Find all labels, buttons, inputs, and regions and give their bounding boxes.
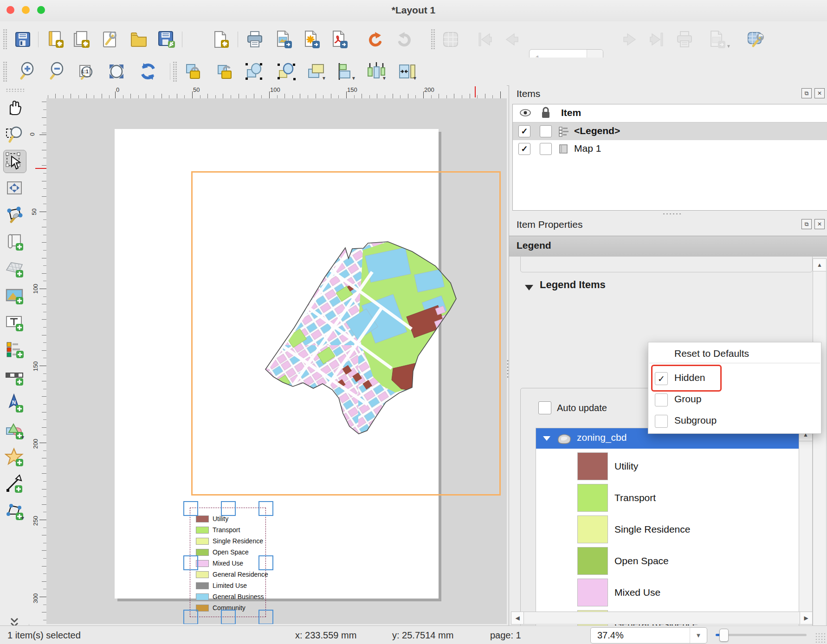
resize-handle[interactable]	[183, 501, 198, 516]
refresh-view-button[interactable]	[137, 61, 159, 82]
auto-update-checkbox[interactable]	[538, 401, 551, 414]
unlock-all-items-button[interactable]	[214, 61, 236, 82]
panel-scrollbar[interactable]	[813, 258, 827, 644]
add-3d-map-button[interactable]	[3, 258, 26, 280]
dock-splitter[interactable]	[506, 359, 509, 378]
lock-checkbox[interactable]	[540, 143, 552, 155]
add-shape-button[interactable]: ▼	[3, 419, 26, 441]
tree-legend-entry[interactable]: Utility	[577, 452, 638, 480]
next-feature-button[interactable]	[619, 29, 640, 50]
lock-checkbox[interactable]	[540, 125, 552, 137]
toolbar-grip[interactable]	[173, 61, 177, 82]
zoom-tool[interactable]	[3, 123, 26, 145]
toolbar-grip[interactable]	[6, 88, 24, 92]
select-all-items-button[interactable]	[243, 61, 265, 82]
preview-atlas-button[interactable]	[440, 29, 461, 50]
tree-legend-entry[interactable]: Single Residence	[577, 515, 690, 543]
expand-triangle-icon[interactable]	[543, 435, 551, 442]
resize-handle[interactable]	[258, 610, 273, 624]
redo-button[interactable]	[394, 29, 415, 50]
first-feature-button[interactable]	[474, 29, 496, 50]
scroll-right-button[interactable]: ▶	[800, 612, 813, 625]
visibility-checkbox[interactable]: ✓	[518, 143, 530, 155]
export-as-svg-button[interactable]	[301, 29, 322, 50]
last-feature-button[interactable]	[646, 29, 667, 50]
tree-legend-entry[interactable]: Open Space	[577, 547, 669, 575]
export-atlas-button[interactable]: ▼	[703, 29, 731, 50]
export-as-image-button[interactable]	[273, 29, 294, 50]
zoom-slider[interactable]	[716, 634, 807, 636]
atlas-settings-button[interactable]	[745, 29, 767, 50]
zoom-slider-handle[interactable]	[719, 629, 729, 642]
print-atlas-button[interactable]	[674, 29, 695, 50]
float-panel-button[interactable]: ⧉	[801, 88, 812, 98]
map-item[interactable]	[228, 229, 470, 443]
open-layout-button[interactable]	[128, 29, 149, 50]
resize-handle[interactable]	[258, 555, 273, 570]
add-label-button[interactable]	[3, 311, 26, 334]
export-as-pdf-button[interactable]	[329, 29, 350, 50]
visibility-checkbox[interactable]: ✓	[518, 125, 530, 137]
scroll-left-button[interactable]: ◀	[511, 612, 524, 625]
zoom-out-button[interactable]	[45, 61, 67, 82]
resize-handle[interactable]	[183, 610, 198, 624]
new-layout-button[interactable]	[45, 29, 66, 50]
collapse-triangle-icon[interactable]	[524, 283, 534, 292]
select-move-item-tool[interactable]	[3, 150, 26, 173]
menu-item-reset-to-defaults[interactable]: Reset to Defaults	[674, 348, 749, 359]
deselect-all-button[interactable]	[276, 61, 297, 82]
menu-item-group[interactable]: Group	[674, 393, 701, 405]
zoom-actual-size-button[interactable]: 1:1	[75, 61, 97, 82]
scroll-up-button[interactable]: ▲	[813, 258, 827, 271]
close-panel-button[interactable]: ✕	[814, 88, 825, 98]
print-button[interactable]	[244, 29, 265, 50]
save-as-template-button[interactable]	[156, 29, 177, 50]
add-scalebar-button[interactable]	[3, 365, 26, 387]
window-resize-grip[interactable]	[815, 632, 825, 643]
add-north-arrow-button[interactable]: N	[3, 392, 26, 414]
save-project-button[interactable]	[12, 29, 33, 50]
chevron-down-icon[interactable]: ▼	[690, 628, 707, 643]
menu-item-subgroup[interactable]: Subgroup	[674, 415, 717, 426]
zoom-in-button[interactable]	[16, 61, 37, 82]
panel-splitter[interactable]	[662, 213, 681, 215]
distribute-items-button[interactable]: ▼	[366, 61, 387, 82]
subgroup-checkbox[interactable]	[655, 415, 668, 428]
add-marker-button[interactable]	[3, 446, 26, 468]
pan-layout-tool[interactable]	[3, 96, 26, 118]
layout-page[interactable]: Utility Transport Single Residence Open …	[115, 129, 439, 599]
zoom-level-combo[interactable]: 37.4% ▼	[590, 627, 707, 644]
layout-manager-button[interactable]	[99, 29, 121, 50]
zoom-full-button[interactable]	[106, 61, 127, 82]
tree-legend-entry[interactable]: Transport	[577, 484, 656, 512]
tree-legend-entry[interactable]: Mixed Use	[577, 579, 660, 606]
resize-handle[interactable]	[221, 501, 236, 516]
item-row-legend[interactable]: ✓ <Legend>	[513, 122, 827, 140]
add-items-from-template-button[interactable]	[210, 29, 231, 50]
edit-nodes-item-tool[interactable]	[3, 204, 26, 226]
raise-items-button[interactable]: ▼	[305, 61, 327, 82]
group-checkbox[interactable]	[655, 393, 668, 406]
duplicate-layout-button[interactable]	[71, 29, 92, 50]
add-legend-button[interactable]	[3, 338, 26, 361]
resize-items-button[interactable]: ▼	[396, 61, 418, 82]
add-picture-button[interactable]	[3, 284, 26, 307]
add-page-button[interactable]	[3, 231, 26, 253]
lock-selected-items-button[interactable]	[183, 61, 204, 82]
layout-canvas[interactable]: Utility Transport Single Residence Open …	[46, 98, 507, 624]
add-node-item-button[interactable]: ▼	[3, 500, 26, 522]
legend-item[interactable]: Utility Transport Single Residence Open …	[190, 508, 266, 617]
resize-handle[interactable]	[258, 501, 273, 516]
panel-hscrollbar[interactable]	[511, 612, 813, 625]
toolbar-grip[interactable]	[3, 29, 7, 50]
move-item-content-tool[interactable]	[3, 177, 26, 199]
resize-handle[interactable]	[183, 555, 198, 570]
close-panel-button[interactable]: ✕	[814, 219, 825, 229]
resize-handle[interactable]	[221, 610, 236, 624]
undo-button[interactable]	[365, 29, 386, 50]
float-panel-button[interactable]: ⧉	[801, 219, 812, 229]
previous-feature-button[interactable]	[501, 29, 523, 50]
toolbar-grip[interactable]	[3, 61, 7, 82]
align-items-button[interactable]: ▼	[335, 61, 356, 82]
toolbar-grip[interactable]	[431, 29, 435, 50]
